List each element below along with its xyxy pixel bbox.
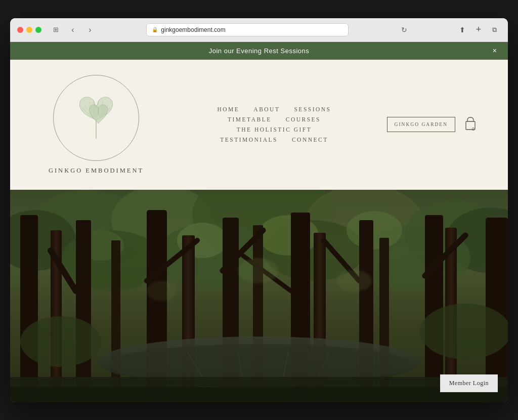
lock-icon: 🔒	[152, 27, 158, 32]
forest-svg	[10, 190, 508, 402]
svg-point-48	[420, 304, 508, 359]
svg-point-47	[20, 316, 101, 367]
nav-row-3: THE HOLISTIC GIFT	[237, 127, 312, 133]
brand-name: GINKGO EMBODIMENT	[49, 167, 144, 175]
member-login-button[interactable]: Member Login	[440, 374, 498, 392]
svg-rect-26	[76, 220, 91, 402]
back-button[interactable]: ⊞	[49, 24, 63, 35]
new-tab-button[interactable]: +	[472, 24, 485, 35]
nav-testimonials[interactable]: TESTIMONIALS	[220, 137, 278, 143]
browser-chrome: ⊞ ‹ › 🔒 ginkgoembodiment.com ↻ ⬆ + ⧉	[10, 18, 508, 42]
svg-point-50	[147, 281, 177, 301]
browser-window: ⊞ ‹ › 🔒 ginkgoembodiment.com ↻ ⬆ + ⧉ Joi…	[10, 18, 508, 402]
site-header: GINKGO EMBODIMENT HOME ABOUT SESSIONS TI…	[10, 60, 508, 190]
announcement-bar: Join our Evening Rest Sessions ×	[10, 42, 508, 60]
windows-button[interactable]: ⧉	[489, 24, 501, 35]
ginkgo-garden-button[interactable]: GINKGO GARDEN	[387, 117, 455, 132]
hero-section: Member Login	[10, 190, 508, 402]
nav-row-1: HOME ABOUT SESSIONS	[217, 106, 331, 112]
nav-row-4: TESTIMONIALS CONNECT	[220, 137, 328, 143]
share-button[interactable]: ⬆	[456, 24, 468, 35]
svg-rect-46	[10, 387, 508, 402]
forest-scene: Member Login	[10, 190, 508, 402]
nav-row-2: TIMETABLE COURSES	[228, 116, 321, 122]
nav-holistic-gift[interactable]: THE HOLISTIC GIFT	[237, 127, 312, 133]
url-text: ginkgoembodiment.com	[161, 26, 225, 33]
minimize-button[interactable]	[26, 27, 32, 33]
nav-connect[interactable]: CONNECT	[292, 137, 328, 143]
address-bar[interactable]: 🔒 ginkgoembodiment.com	[146, 23, 349, 36]
logo-circle	[53, 75, 139, 161]
cart-count: 0	[472, 127, 474, 132]
svg-point-51	[336, 270, 372, 292]
ginkgo-logo-svg	[68, 90, 124, 146]
cart-icon[interactable]: 0	[463, 116, 478, 133]
nav-courses[interactable]: COURSES	[286, 116, 321, 122]
browser-nav: ⊞ ‹ ›	[49, 24, 97, 35]
announcement-text: Join our Evening Rest Sessions	[209, 47, 310, 55]
nav-timetable[interactable]: TIMETABLE	[228, 116, 272, 122]
svg-point-49	[238, 258, 278, 283]
fullscreen-button[interactable]	[35, 27, 41, 33]
nav-sessions[interactable]: SESSIONS	[294, 106, 331, 112]
forward-arrow[interactable]: ›	[83, 24, 97, 35]
browser-actions: ⬆ + ⧉	[456, 24, 501, 35]
logo-area: GINKGO EMBODIMENT	[40, 75, 152, 175]
main-nav: HOME ABOUT SESSIONS TIMETABLE COURSES TH…	[152, 106, 397, 143]
announcement-close-button[interactable]: ×	[490, 46, 500, 56]
traffic-lights	[17, 27, 41, 33]
back-arrow[interactable]: ‹	[66, 24, 80, 35]
nav-about[interactable]: ABOUT	[253, 106, 280, 112]
reload-button[interactable]: ↻	[401, 26, 407, 34]
header-actions: GINKGO GARDEN 0	[397, 116, 478, 133]
site-content: Join our Evening Rest Sessions ×	[10, 42, 508, 402]
shopping-bag-icon	[463, 116, 478, 131]
nav-home[interactable]: HOME	[217, 106, 239, 112]
svg-point-16	[347, 211, 402, 249]
close-button[interactable]	[17, 27, 23, 33]
svg-rect-25	[20, 215, 38, 402]
